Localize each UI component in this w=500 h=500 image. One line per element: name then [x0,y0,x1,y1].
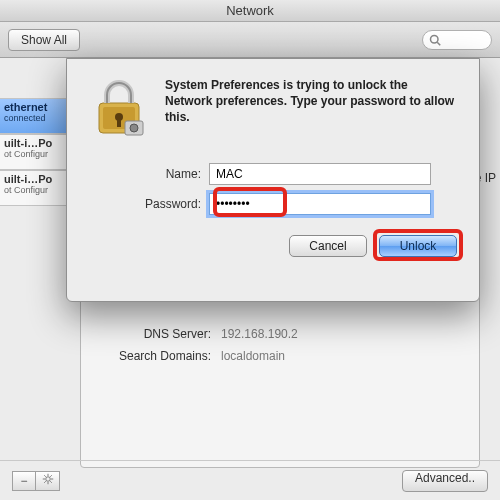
search-icon [429,34,441,46]
cancel-button[interactable]: Cancel [289,235,367,257]
svg-point-16 [130,124,138,132]
search-input[interactable] [422,30,492,50]
window-titlebar: Network [0,0,500,22]
password-label: Password: [89,197,209,211]
toolbar: Show All [0,22,500,58]
auth-message: System Preferences is trying to unlock t… [165,77,457,137]
lock-icon [89,77,149,137]
svg-rect-14 [117,119,121,127]
svg-point-0 [431,35,439,43]
window-title: Network [226,3,274,18]
unlock-button[interactable]: Unlock [379,235,457,257]
name-label: Name: [89,167,209,181]
auth-overlay: System Preferences is trying to unlock t… [0,58,500,500]
svg-line-1 [437,42,440,45]
auth-dialog: System Preferences is trying to unlock t… [66,58,480,302]
password-field[interactable] [209,193,431,215]
show-all-button[interactable]: Show All [8,29,80,51]
name-field[interactable] [209,163,431,185]
